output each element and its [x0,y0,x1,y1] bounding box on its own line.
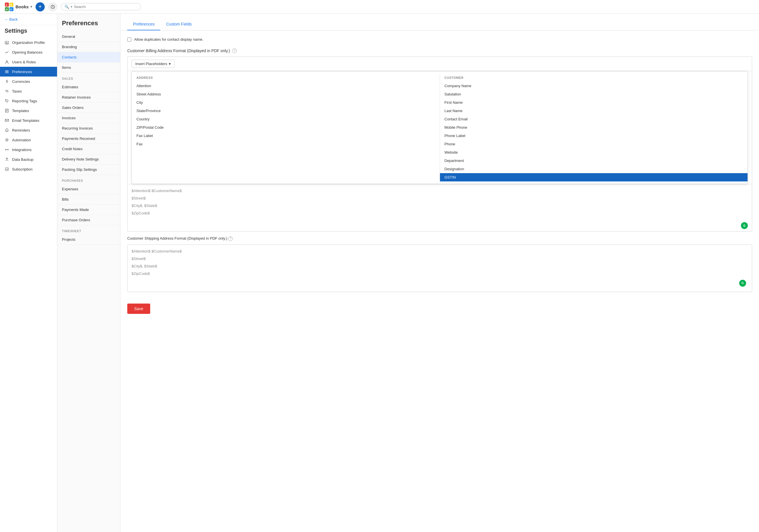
sidebar-item-taxes[interactable]: % Taxes [0,86,57,96]
sidebar-item-users-roles[interactable]: Users & Roles [0,57,57,67]
customer-company-name[interactable]: Company Name [440,82,748,90]
middle-item-credit-notes[interactable]: Credit Notes [57,144,120,154]
insert-dropdown-arrow: ▾ [169,61,171,66]
history-button[interactable] [48,2,57,12]
middle-item-invoices[interactable]: Invoices [57,113,120,123]
middle-item-purchase-orders[interactable]: Purchase Orders [57,215,120,225]
middle-item-contacts[interactable]: Contacts [57,52,120,62]
currencies-icon: $ [5,79,9,84]
customer-mobile-phone[interactable]: Mobile Phone [440,123,748,132]
templates-icon [5,108,9,113]
sidebar: ← Back Settings Organization Profile Ope… [0,14,57,532]
sidebar-item-preferences[interactable]: Preferences [0,67,57,76]
middle-item-delivery-note[interactable]: Delivery Note Settings [57,154,120,165]
allow-duplicates-label: Allow duplicates for contact display nam… [134,37,203,42]
svg-text:O: O [10,3,12,6]
address-zip[interactable]: ZIP/Postal Code [132,123,440,132]
middle-item-branding[interactable]: Branding [57,42,120,52]
sidebar-users-roles-label: Users & Roles [12,60,36,64]
middle-item-projects[interactable]: Projects [57,234,120,245]
sidebar-reminders-label: Reminders [12,128,30,133]
sidebar-item-templates[interactable]: Templates [0,106,57,115]
allow-duplicates-checkbox[interactable] [127,38,131,42]
middle-item-payments-made[interactable]: Payments Made [57,205,120,215]
customer-salutation[interactable]: Salutation [440,90,748,98]
svg-rect-16 [5,119,9,122]
address-fax[interactable]: Fax [132,140,440,148]
billing-section-title: Customer Billing Address Format (Display… [127,49,752,53]
sidebar-item-subscription[interactable]: Subscription [0,164,57,174]
tabs: Preferences Custom Fields [127,18,752,30]
customer-department[interactable]: Department [440,156,748,165]
customer-phone-label[interactable]: Phone Label [440,132,748,140]
search-filter-arrow[interactable]: ▾ [71,5,72,8]
address-attention[interactable]: Attention [132,82,440,90]
back-button[interactable]: ← Back [0,14,57,25]
middle-item-packing-slip[interactable]: Packing Slip Settings [57,165,120,175]
insert-placeholders-button[interactable]: Insert Placeholders ▾ [132,60,175,68]
customer-designation[interactable]: Designation [440,165,748,173]
add-button[interactable]: + [36,2,45,12]
middle-item-sales-orders[interactable]: Sales Orders [57,102,120,113]
tab-custom-fields[interactable]: Custom Fields [160,18,197,30]
middle-item-bills[interactable]: Bills [57,194,120,205]
preferences-icon [5,69,9,74]
middle-item-expenses[interactable]: Expenses [57,184,120,194]
middle-item-payments-received[interactable]: Payments Received [57,134,120,144]
svg-rect-11 [5,70,9,71]
middle-item-estimates[interactable]: Estimates [57,82,120,92]
middle-item-retainer-invoices[interactable]: Retainer Invoices [57,92,120,102]
search-input[interactable] [74,5,137,9]
sidebar-automation-label: Automation [12,138,31,142]
svg-text:Z: Z [6,3,8,6]
address-city[interactable]: City [132,98,440,106]
sidebar-item-email-templates[interactable]: Email Templates [0,115,57,125]
sidebar-item-org-profile[interactable]: Organization Profile [0,38,57,47]
sidebar-integrations-label: Integrations [12,147,31,152]
placeholder-header: Insert Placeholders ▾ [128,57,752,71]
shipping-help-icon[interactable]: ? [228,236,233,241]
customer-website[interactable]: Website [440,148,748,156]
svg-rect-20 [5,168,8,171]
middle-item-general[interactable]: General [57,31,120,42]
search-filter-icon[interactable]: 🔍 [64,5,69,9]
sidebar-data-backup-label: Data Backup [12,157,33,162]
save-button[interactable]: Save [127,304,150,314]
address-fax-label[interactable]: Fax Label [132,132,440,140]
users-roles-icon [5,60,9,64]
sidebar-item-reminders[interactable]: Reminders [0,125,57,135]
customer-phone[interactable]: Phone [440,140,748,148]
middle-item-items[interactable]: Items [57,62,120,73]
sidebar-taxes-label: Taxes [12,89,22,94]
brand-logo[interactable]: Z O H O Books ▾ [5,2,32,12]
help-icon[interactable]: ? [232,49,237,53]
customer-last-name[interactable]: Last Name [440,106,748,115]
middle-item-recurring-invoices[interactable]: Recurring Invoices [57,123,120,134]
org-profile-icon [5,40,9,45]
customer-contact-email[interactable]: Contact Email [440,115,748,123]
address-street[interactable]: Street Address [132,90,440,98]
sidebar-item-data-backup[interactable]: Data Backup [0,154,57,164]
customer-first-name[interactable]: First Name [440,98,748,106]
integrations-icon [5,147,9,152]
sidebar-item-opening-balances[interactable]: Opening Balances [0,47,57,57]
placeholder-container: Insert Placeholders ▾ ADDRESS Attention … [127,57,752,231]
tab-preferences[interactable]: Preferences [127,18,160,30]
brand-text: Books [16,4,29,9]
sidebar-currencies-label: Currencies [12,79,30,84]
customer-gstin[interactable]: GSTIN [440,173,748,182]
sidebar-item-automation[interactable]: Automation [0,135,57,145]
sidebar-templates-label: Templates [12,109,29,113]
sidebar-item-currencies[interactable]: $ Currencies [0,76,57,86]
svg-point-19 [8,149,9,150]
sidebar-item-integrations[interactable]: Integrations [0,145,57,154]
reminders-icon [5,128,9,133]
reporting-tags-icon [5,99,9,103]
address-country[interactable]: Country [132,115,440,123]
second-billing-container: $Attention$ $CustomerName$ $Street$ $Cit… [127,244,752,292]
data-backup-icon [5,157,9,162]
shipping-grammarly-icon: G [739,280,746,287]
svg-point-14 [6,100,7,101]
sidebar-item-reporting-tags[interactable]: Reporting Tags [0,96,57,106]
address-state[interactable]: State/Province [132,106,440,115]
